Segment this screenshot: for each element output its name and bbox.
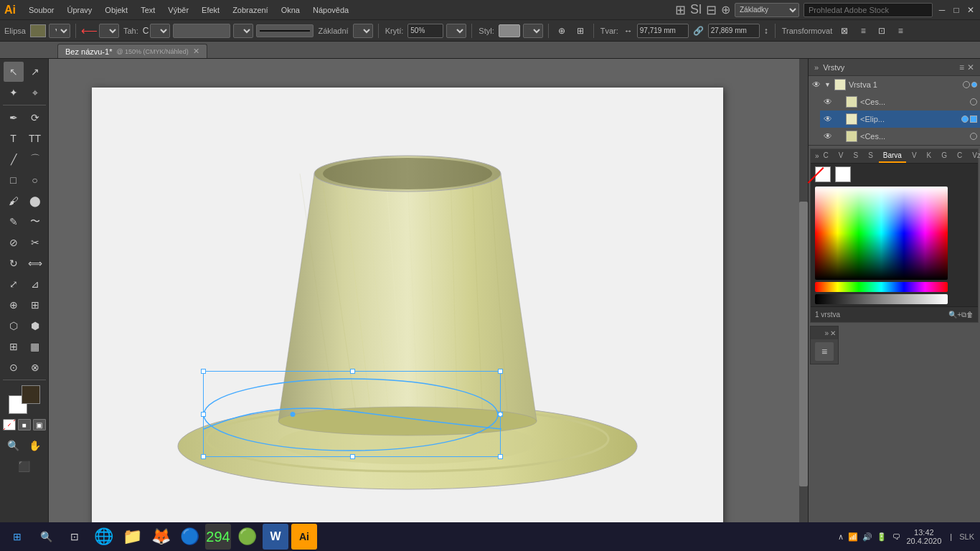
shape-builder-tool[interactable]: ⊙ bbox=[4, 357, 24, 377]
color-tab-barva[interactable]: Barva bbox=[879, 149, 906, 163]
layer-eye-ces2[interactable]: 👁 bbox=[823, 131, 833, 141]
hand-tool[interactable]: ✋ bbox=[25, 435, 45, 456]
fill-dropdown[interactable]: ▼ bbox=[49, 24, 70, 38]
maximize-button[interactable]: □ bbox=[951, 5, 961, 15]
free-distort-tool[interactable]: ⬡ bbox=[4, 316, 24, 336]
smooth-tool[interactable]: 〜 bbox=[25, 212, 45, 232]
collapse-layers-button[interactable]: » bbox=[814, 63, 819, 72]
align-button[interactable]: ≡ bbox=[855, 23, 871, 39]
task-view-button[interactable]: ⊡ bbox=[62, 524, 88, 550]
battery-icon[interactable]: 🔋 bbox=[877, 532, 887, 542]
bridge-icon[interactable]: Sl bbox=[690, 2, 702, 17]
v-scrollbar-thumb[interactable] bbox=[799, 202, 808, 486]
sound-icon[interactable]: 🔊 bbox=[862, 532, 872, 542]
menu-vyber[interactable]: Výběr bbox=[162, 4, 194, 17]
color-gradient-picker[interactable] bbox=[815, 187, 948, 280]
color-tab-v2[interactable]: V bbox=[908, 149, 921, 163]
solid-color-button[interactable]: ■ bbox=[18, 419, 31, 430]
language-indicator[interactable]: SLK bbox=[958, 532, 976, 541]
color-tab-s2[interactable]: S bbox=[864, 149, 877, 163]
width-input[interactable] bbox=[637, 24, 689, 38]
menu-okna[interactable]: Okna bbox=[275, 4, 306, 17]
lasso-tool[interactable]: ⌖ bbox=[25, 83, 45, 103]
mini-panel-button[interactable]: ≡ bbox=[815, 342, 834, 361]
warp-tool[interactable]: ⊕ bbox=[4, 295, 24, 315]
direct-select-tool[interactable]: ↗ bbox=[25, 62, 45, 82]
menu-objekt[interactable]: Objekt bbox=[99, 4, 133, 17]
dark-canvas[interactable] bbox=[815, 294, 948, 304]
taskbar-ie[interactable]: 🌐 bbox=[90, 524, 116, 550]
perspective-tool[interactable]: ⬢ bbox=[25, 316, 45, 336]
color-tab-k[interactable]: K bbox=[923, 149, 936, 163]
arrange-icon[interactable]: ⊟ bbox=[706, 2, 717, 18]
system-clock[interactable]: 13:42 20.4.2020 bbox=[906, 528, 941, 545]
fill-color-swatch[interactable] bbox=[30, 24, 46, 37]
layer-circle-ces2[interactable] bbox=[970, 133, 977, 140]
scissors-tool[interactable]: ✂ bbox=[25, 232, 45, 253]
stroke-type-dropdown[interactable]: ▼ bbox=[99, 24, 119, 38]
tools-icon[interactable]: ⊕ bbox=[721, 3, 730, 17]
layer-ces2[interactable]: 👁 <Ces... bbox=[820, 128, 980, 145]
menu-upravy[interactable]: Úpravy bbox=[61, 4, 98, 17]
layer-elip[interactable]: 👁 <Elip... bbox=[820, 110, 980, 128]
stroke-none-indicator[interactable] bbox=[815, 166, 831, 182]
network-icon[interactable]: 📶 bbox=[848, 532, 858, 542]
transform-controls-button[interactable]: ⊞ bbox=[573, 23, 588, 39]
opacity-dropdown[interactable]: ▼ bbox=[446, 24, 466, 38]
document-tab-close[interactable]: ✕ bbox=[193, 47, 199, 56]
vertical-scrollbar[interactable] bbox=[799, 59, 808, 534]
delete-layer-icon[interactable]: 🗑 bbox=[966, 311, 974, 319]
minimize-button[interactable]: ─ bbox=[937, 5, 947, 15]
search-layer-icon[interactable]: 🔍 bbox=[948, 311, 957, 319]
rect-tool[interactable]: □ bbox=[4, 170, 24, 190]
layer-circle-elip[interactable] bbox=[961, 116, 969, 123]
none-color-button[interactable]: □ bbox=[3, 419, 16, 430]
menu-text[interactable]: Text bbox=[135, 4, 161, 17]
height-input[interactable] bbox=[708, 24, 760, 38]
touch-type-tool[interactable]: TT bbox=[25, 128, 45, 149]
taskbar-browser[interactable]: 🔵 bbox=[176, 524, 202, 550]
taskbar-search[interactable]: 🔍 bbox=[33, 524, 59, 550]
blob-brush-tool[interactable]: ⬤ bbox=[25, 191, 45, 211]
fill-white-swatch[interactable] bbox=[835, 166, 851, 182]
curvature-tool[interactable]: ⟳ bbox=[25, 108, 45, 128]
zoom-tool[interactable]: 🔍 bbox=[4, 435, 24, 456]
layer-eye-elip[interactable]: 👁 bbox=[823, 114, 833, 124]
menu-zobrazeni[interactable]: Zobrazení bbox=[227, 4, 274, 17]
spectrum-canvas[interactable] bbox=[815, 282, 948, 292]
color-tab-v[interactable]: V bbox=[834, 149, 848, 163]
pencil-tool[interactable]: ✎ bbox=[4, 212, 24, 232]
taskbar-app-green[interactable]: 🟢 bbox=[234, 524, 260, 550]
taskbar-illustrator[interactable]: Ai bbox=[291, 524, 317, 550]
workspace-icon[interactable]: ⊞ bbox=[675, 2, 686, 18]
color-tab-vz[interactable]: Vz bbox=[968, 149, 980, 163]
artboard-tool[interactable]: ⬛ bbox=[14, 456, 34, 476]
magic-wand-tool[interactable]: ✦ bbox=[4, 83, 24, 103]
layer-arrow-vrstva1[interactable]: ▼ bbox=[824, 81, 831, 88]
color-tab-c2[interactable]: C bbox=[953, 149, 966, 163]
layer-ces1[interactable]: 👁 <Ces... bbox=[820, 93, 980, 110]
document-tab[interactable]: Bez názvu-1* @ 150% (CMYK/Náhled) ✕ bbox=[57, 44, 207, 58]
tah-dropdown[interactable]: ▼ bbox=[150, 24, 170, 38]
mini-panel-close[interactable]: ✕ bbox=[830, 329, 836, 337]
stock-search-input[interactable] bbox=[804, 3, 933, 17]
color-canvas[interactable] bbox=[815, 187, 948, 280]
close-button[interactable]: ✕ bbox=[966, 5, 976, 15]
show-desktop-button[interactable]: | bbox=[950, 532, 952, 541]
layer-circle-ces1[interactable] bbox=[970, 98, 977, 105]
pen-tool[interactable]: ✒ bbox=[4, 108, 24, 128]
width-tool[interactable]: ⊞ bbox=[25, 295, 45, 315]
foreground-color-box[interactable] bbox=[22, 385, 40, 404]
type-tool[interactable]: T bbox=[4, 128, 24, 149]
menu-napoveda[interactable]: Nápověda bbox=[307, 4, 354, 17]
mini-panel-double-arrow[interactable]: » bbox=[824, 329, 829, 337]
color-field[interactable] bbox=[173, 24, 230, 38]
select-tool[interactable]: ↖ bbox=[4, 62, 24, 82]
canvas-area[interactable] bbox=[49, 59, 808, 534]
line-tool[interactable]: ╱ bbox=[4, 149, 24, 169]
gradient-tool[interactable]: ▦ bbox=[25, 336, 45, 357]
live-paint-tool[interactable]: ⊗ bbox=[25, 357, 45, 377]
color-field-dropdown[interactable]: ▼ bbox=[233, 24, 253, 38]
stroke-color-indicator[interactable]: ⟵ bbox=[81, 24, 98, 37]
duplicate-layer-icon[interactable]: ⧉ bbox=[961, 311, 966, 319]
